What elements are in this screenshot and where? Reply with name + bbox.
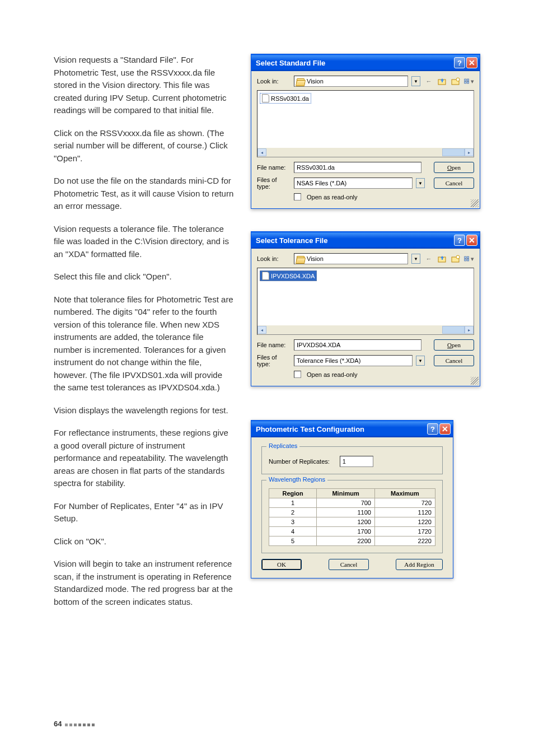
resize-grip-icon[interactable] xyxy=(471,377,479,385)
scroll-thumb[interactable] xyxy=(442,326,465,334)
th-minimum: Minimum xyxy=(317,489,375,498)
photometric-test-config-dialog: Photometric Test Configuration ? ✕ Repli… xyxy=(251,420,453,578)
page-footer: 64 xyxy=(54,720,96,728)
table-row[interactable]: 417001720 xyxy=(269,527,435,536)
wavelength-table: Region Minimum Maximum 1700720 211001120… xyxy=(269,488,435,546)
filename-input[interactable]: IPVXDS04.XDA xyxy=(294,339,421,351)
filename-input[interactable]: RSSv0301.da xyxy=(294,162,421,173)
scroll-thumb[interactable] xyxy=(442,148,465,156)
para: Vision requests a tolerance file. The to… xyxy=(54,223,234,261)
dialog-title: Photometric Test Configuration xyxy=(256,425,364,433)
para: Vision displays the wavelength regions f… xyxy=(54,404,234,417)
svg-rect-11 xyxy=(467,256,469,258)
replicates-label: Number of Replicates: xyxy=(269,458,330,465)
help-icon[interactable]: ? xyxy=(454,57,465,68)
close-icon[interactable]: ✕ xyxy=(466,57,477,68)
readonly-label: Open as read-only xyxy=(307,194,358,200)
svg-point-2 xyxy=(456,78,460,81)
file-item-label: IPVXDS04.XDA xyxy=(271,273,315,279)
select-tolerance-file-dialog: Select Tolerance File ? ✕ Look in: Visio… xyxy=(251,231,480,386)
horizontal-scrollbar[interactable]: ◂ ▸ xyxy=(257,325,474,334)
file-item[interactable]: IPVXDS04.XDA xyxy=(260,270,317,281)
body-text: Vision requests a "Standard File". For P… xyxy=(54,54,234,618)
table-row[interactable]: 1700720 xyxy=(269,498,435,508)
file-list[interactable]: IPVXDS04.XDA ◂ ▸ xyxy=(257,268,474,335)
table-row[interactable]: 312001220 xyxy=(269,517,435,527)
para: Vision will begin to take an instrument … xyxy=(54,558,234,608)
view-menu-icon[interactable]: ▾ xyxy=(464,76,474,86)
file-list[interactable]: RSSv0301.da ◂ ▸ xyxy=(257,90,474,157)
look-in-value: Vision xyxy=(307,255,324,262)
open-button[interactable]: Open xyxy=(434,162,474,173)
regions-legend: Wavelength Regions xyxy=(266,476,327,483)
chevron-down-icon[interactable]: ▼ xyxy=(416,356,425,366)
para: Vision requests a "Standard File". For P… xyxy=(54,54,234,117)
up-folder-icon[interactable] xyxy=(437,76,447,86)
para: Click on the RSSVxxxx.da file as shown. … xyxy=(54,127,234,165)
para: Select this file and click "Open". xyxy=(54,270,234,283)
up-folder-icon[interactable] xyxy=(437,254,447,264)
ok-button[interactable]: OK xyxy=(261,559,302,570)
open-button[interactable]: Open xyxy=(434,339,474,351)
table-row[interactable]: 211001120 xyxy=(269,508,435,517)
look-in-label: Look in: xyxy=(257,78,291,85)
scroll-right-icon[interactable]: ▸ xyxy=(465,326,474,334)
look-in-dropdown[interactable]: Vision xyxy=(294,253,408,264)
new-folder-icon[interactable] xyxy=(451,254,461,264)
svg-rect-4 xyxy=(467,79,469,81)
new-folder-icon[interactable] xyxy=(451,76,461,86)
th-region: Region xyxy=(269,489,317,498)
para: Note that tolerance files for Photometri… xyxy=(54,293,234,394)
readonly-checkbox[interactable] xyxy=(294,371,301,378)
cancel-button[interactable]: Cancel xyxy=(434,178,474,189)
para: Click on "OK". xyxy=(54,535,234,548)
chevron-down-icon[interactable]: ▼ xyxy=(416,178,425,188)
readonly-checkbox[interactable] xyxy=(294,193,301,200)
cancel-button[interactable]: Cancel xyxy=(329,559,369,570)
horizontal-scrollbar[interactable]: ◂ ▸ xyxy=(257,148,474,157)
close-icon[interactable]: ✕ xyxy=(439,423,451,435)
filetype-dropdown[interactable]: Tolerance Files (*.XDA) xyxy=(294,355,413,366)
readonly-label: Open as read-only xyxy=(307,371,358,378)
svg-rect-12 xyxy=(465,259,466,261)
back-icon[interactable]: ← xyxy=(424,76,434,86)
svg-rect-13 xyxy=(467,259,469,261)
filename-label: File name: xyxy=(257,164,291,171)
replicates-group: Replicates Number of Replicates: 1 xyxy=(261,446,443,474)
filetype-label: Files of type: xyxy=(257,354,291,367)
th-maximum: Maximum xyxy=(374,489,435,498)
look-in-dropdown[interactable]: Vision xyxy=(294,76,408,87)
scroll-left-icon[interactable]: ◂ xyxy=(257,148,266,156)
chevron-down-icon[interactable]: ▼ xyxy=(411,76,420,86)
folder-icon xyxy=(297,256,305,262)
back-icon[interactable]: ← xyxy=(424,254,434,264)
file-item[interactable]: RSSv0301.da xyxy=(260,93,311,104)
help-icon[interactable]: ? xyxy=(427,423,438,435)
wavelength-regions-group: Wavelength Regions Region Minimum Maximu… xyxy=(261,480,443,553)
para: For Number of Replicates, Enter "4" as i… xyxy=(54,500,234,525)
scroll-right-icon[interactable]: ▸ xyxy=(465,148,474,156)
resize-grip-icon[interactable] xyxy=(471,199,479,207)
replicates-input[interactable]: 1 xyxy=(340,456,373,467)
svg-rect-5 xyxy=(465,82,466,83)
cancel-button[interactable]: Cancel xyxy=(434,355,474,366)
filetype-dropdown[interactable]: NSAS Files (*.DA) xyxy=(294,178,413,189)
table-row[interactable]: 522002220 xyxy=(269,536,435,546)
help-icon[interactable]: ? xyxy=(454,235,465,246)
file-icon xyxy=(262,272,269,280)
view-menu-icon[interactable]: ▾ xyxy=(464,254,474,264)
chevron-down-icon[interactable]: ▼ xyxy=(411,254,420,264)
look-in-label: Look in: xyxy=(257,255,291,262)
close-icon[interactable]: ✕ xyxy=(466,235,477,246)
dialog-title: Select Tolerance File xyxy=(256,236,327,245)
scroll-left-icon[interactable]: ◂ xyxy=(257,326,266,334)
add-region-button[interactable]: Add Region xyxy=(396,559,443,570)
dialog-title: Select Standard File xyxy=(256,59,325,67)
para: For reflectance instruments, these regio… xyxy=(54,427,234,490)
look-in-value: Vision xyxy=(307,78,324,85)
svg-rect-3 xyxy=(465,79,466,81)
file-icon xyxy=(262,94,269,102)
page-number: 64 xyxy=(54,720,62,728)
filetype-label: Files of type: xyxy=(257,176,291,190)
folder-icon xyxy=(297,78,305,85)
